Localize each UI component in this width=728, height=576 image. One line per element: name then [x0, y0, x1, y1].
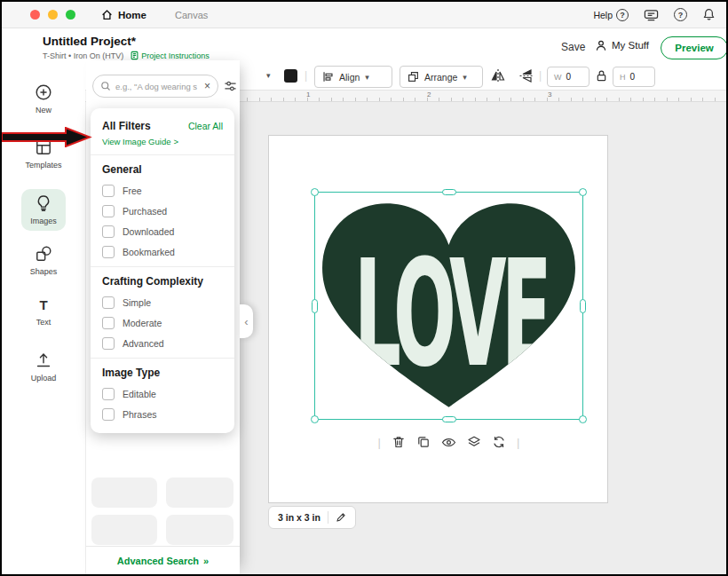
project-instructions-link[interactable]: Project Instructions [131, 51, 210, 60]
selection-handle-bottom[interactable] [442, 416, 456, 422]
love-heart-artwork[interactable]: LOVE [319, 198, 579, 414]
tab-home-label: Home [118, 10, 146, 20]
filter-option-free[interactable]: Free [102, 185, 223, 197]
selection-handle-bottom-left[interactable] [311, 415, 319, 423]
operation-dropdown-chevron[interactable]: ▾ [266, 71, 271, 80]
checkbox[interactable] [102, 337, 115, 350]
panel-collapse-button[interactable]: ‹ [240, 304, 253, 338]
selection-handle-top[interactable] [442, 189, 456, 195]
sidebar-item-upload[interactable]: Upload [22, 346, 66, 388]
window-zoom-button[interactable] [66, 10, 75, 20]
new-plus-icon [35, 83, 52, 101]
lock-aspect-icon[interactable] [596, 69, 607, 83]
filter-option-editable[interactable]: Editable [102, 388, 223, 400]
search-input[interactable] [115, 82, 200, 91]
notifications-bell-icon[interactable] [702, 8, 716, 21]
checkbox[interactable] [102, 246, 115, 258]
selection-handle-top-right[interactable] [579, 188, 587, 196]
size-badge[interactable]: 3 in x 3 in [268, 506, 356, 529]
image-result-placeholder[interactable] [91, 477, 157, 508]
duplicate-icon[interactable] [416, 435, 431, 449]
edit-size-pencil-icon[interactable] [336, 512, 346, 523]
feedback-icon[interactable] [644, 9, 659, 21]
help-button[interactable]: Help ? [593, 9, 629, 21]
advanced-search-link[interactable]: Advanced Search » [117, 556, 209, 566]
selection-handle-top-left[interactable] [311, 188, 319, 196]
sidebar-item-images[interactable]: Images [21, 189, 66, 231]
filter-option-simple[interactable]: Simple [102, 296, 223, 309]
image-result-placeholder[interactable] [166, 477, 233, 508]
align-dropdown[interactable]: Align ▾ [314, 66, 392, 88]
question-icon[interactable]: ? [674, 8, 687, 21]
flip-horizontal-icon[interactable] [490, 68, 506, 83]
checkbox[interactable] [102, 388, 115, 400]
tab-home[interactable]: Home [101, 9, 146, 20]
filter-section-image-type: Image Type [102, 367, 223, 379]
help-icon: ? [616, 9, 629, 21]
flatten-layers-icon[interactable] [467, 435, 481, 449]
image-search-panel: × All Filters Clear All View Image Guide… [86, 60, 240, 574]
flip-vertical-icon[interactable] [518, 68, 534, 83]
filter-section-general: General [102, 163, 223, 176]
checkbox[interactable] [102, 185, 115, 197]
topbar-actions: Help ? ? [593, 8, 716, 21]
checkbox[interactable] [102, 205, 115, 217]
filter-option-advanced[interactable]: Advanced [102, 337, 223, 350]
selection-handle-right[interactable] [580, 299, 586, 313]
color-swatch[interactable] [284, 69, 297, 83]
delete-icon[interactable] [392, 435, 406, 449]
window-close-button[interactable] [30, 10, 40, 20]
preview-button[interactable]: Preview [661, 36, 728, 59]
save-button[interactable]: Save [561, 41, 585, 53]
selection-bounding-box[interactable]: LOVE [314, 192, 583, 420]
filters-toggle-icon[interactable] [224, 80, 237, 92]
checkbox[interactable] [102, 317, 115, 329]
image-search-box[interactable]: × [92, 75, 218, 98]
text-tool-icon: T [39, 297, 47, 313]
chevron-left-icon: ‹ [244, 315, 248, 328]
image-result-placeholder[interactable] [91, 515, 157, 545]
person-icon [595, 39, 607, 51]
width-field[interactable]: W 0 [547, 67, 590, 87]
arrange-dropdown[interactable]: Arrange ▾ [400, 66, 483, 88]
selection-handle-left[interactable] [312, 299, 318, 313]
double-chevron-right-icon: » [203, 556, 209, 566]
checkbox[interactable] [102, 296, 115, 309]
ruler-mark: 3 [548, 91, 551, 99]
image-result-placeholder[interactable] [166, 515, 233, 545]
ruler-mark: 1 [306, 91, 310, 99]
filter-option-bookmarked[interactable]: Bookmarked [102, 246, 223, 258]
window-minimize-button[interactable] [48, 10, 58, 20]
checkbox[interactable] [102, 408, 115, 421]
width-value: 0 [566, 72, 572, 82]
help-label: Help [593, 10, 613, 20]
tab-canvas[interactable]: Canvas [175, 10, 208, 20]
height-field[interactable]: H 0 [613, 67, 655, 87]
filter-option-purchased[interactable]: Purchased [102, 205, 223, 217]
filter-section-complexity: Crafting Complexity [102, 275, 223, 288]
sidebar-item-shapes[interactable]: Shapes [21, 240, 67, 281]
selection-handle-bottom-right[interactable] [579, 415, 587, 423]
checkbox[interactable] [102, 225, 115, 238]
my-stuff-button[interactable]: My Stuff [595, 39, 649, 51]
images-lightbulb-icon [35, 194, 52, 212]
window-title-bar: Home Canvas Help ? ? [2, 2, 726, 28]
instructions-doc-icon [131, 51, 138, 60]
clear-all-link[interactable]: Clear All [188, 121, 223, 131]
sidebar-item-text[interactable]: T Text [28, 292, 60, 332]
search-clear-icon[interactable]: × [204, 82, 210, 91]
sidebar-item-new[interactable]: New [26, 78, 61, 120]
home-icon [101, 9, 113, 20]
project-title: Untitled Project* [43, 35, 136, 48]
color-sync-icon[interactable] [492, 435, 506, 449]
filters-title: All Filters [102, 120, 151, 132]
view-image-guide-link[interactable]: View Image Guide > [102, 137, 223, 146]
chevron-right-icon: > [173, 137, 178, 146]
hide-eye-icon[interactable] [441, 436, 456, 449]
filter-option-downloaded[interactable]: Downloaded [102, 225, 223, 238]
shapes-icon [35, 245, 52, 263]
filter-option-phrases[interactable]: Phrases [102, 408, 223, 421]
panel-footer: Advanced Search » [86, 546, 240, 574]
filter-option-moderate[interactable]: Moderate [102, 317, 223, 329]
artwork-word: LOVE [354, 229, 547, 399]
